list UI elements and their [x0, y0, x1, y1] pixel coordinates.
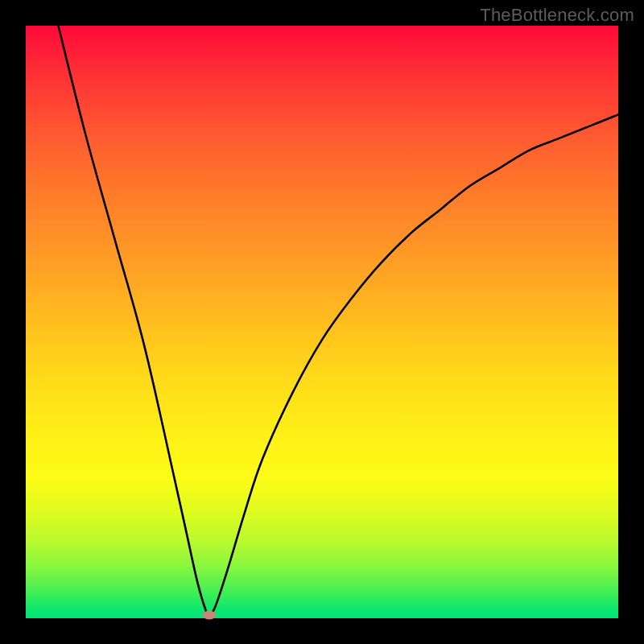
minimum-marker	[203, 611, 216, 620]
watermark-text: TheBottleneck.com	[480, 5, 634, 26]
plot-area	[26, 26, 618, 618]
bottleneck-curve	[26, 26, 618, 618]
